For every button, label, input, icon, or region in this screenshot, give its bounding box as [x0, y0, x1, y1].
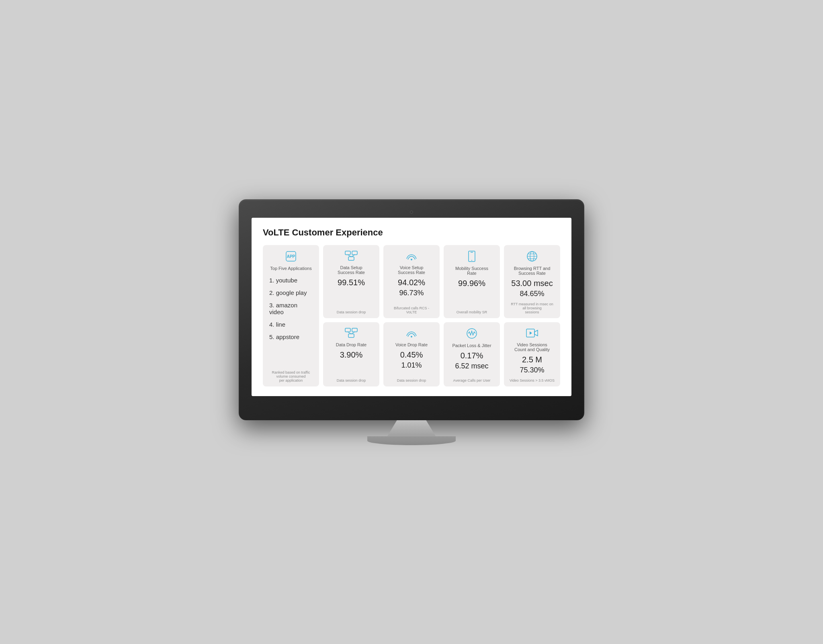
mobile-icon: [468, 251, 475, 264]
card-data-drop-value: 3.90%: [340, 350, 363, 360]
card-data-setup-value: 99.51%: [338, 278, 365, 287]
card-video-footer: Video Sessions > 3.5 vMOS: [510, 376, 555, 382]
globe-icon: [526, 251, 538, 264]
svg-rect-2: [348, 257, 354, 260]
card-voice-setup-footer: Bifurcated calls RCS - VoLTE: [388, 304, 435, 314]
svg-rect-17: [352, 328, 357, 332]
app-item-1: 1. youtube: [269, 274, 313, 286]
svg-rect-16: [345, 328, 350, 332]
card-video-value2: 75.30%: [520, 366, 544, 374]
app-item-4: 4. line: [269, 318, 313, 331]
card-voice-setup-title: Voice SetupSuccess Rate: [398, 265, 425, 275]
card-browsing-value2: 84.65%: [520, 290, 544, 298]
card-data-drop-footer: Data session drop: [337, 376, 366, 382]
card-browsing-title: Browsing RTT andSuccess Rate: [514, 266, 551, 276]
card-video-value1: 2.5 M: [522, 355, 542, 364]
svg-rect-0: [345, 251, 350, 255]
card-browsing-value1: 53.00 msec: [511, 279, 553, 288]
card-data-drop-title: Data Drop Rate: [336, 342, 366, 347]
video-icon: [526, 328, 538, 340]
card-voice-drop: Voice Drop Rate 0.45% 1.01% Data session…: [383, 322, 440, 386]
card-apps-footer: Ranked based on traffic volume consumedp…: [268, 368, 314, 382]
svg-point-7: [471, 260, 472, 261]
network-icon: [345, 251, 358, 263]
card-browsing-rtt: Browsing RTT andSuccess Rate 53.00 msec …: [504, 245, 560, 318]
svg-marker-25: [530, 331, 532, 335]
card-packet-loss: Packet Loss & Jitter 0.17% 6.52 msec Ave…: [444, 322, 500, 386]
monitor-bezel: VoLTE Customer Experience: [239, 199, 584, 420]
app-item-3: 3. amazon video: [269, 299, 313, 318]
svg-point-5: [411, 259, 412, 260]
card-mobility-value: 99.96%: [458, 279, 485, 288]
card-data-setup-title: Data SetupSuccess Rate: [338, 265, 365, 275]
dashboard: VoLTE Customer Experience: [252, 218, 571, 396]
card-browsing-footer: RTT measured in msec on all browsingsess…: [509, 300, 555, 314]
svg-point-21: [411, 336, 412, 337]
monitor: VoLTE Customer Experience: [239, 199, 584, 445]
app-icon: APP: [285, 251, 297, 264]
card-data-drop: Data Drop Rate 3.90% Data session drop: [323, 322, 379, 386]
card-voice-setup: Voice SetupSuccess Rate 94.02% 96.73% Bi…: [383, 245, 440, 318]
card-voice-drop-footer: Data session drop: [397, 376, 426, 382]
monitor-stand-neck: [387, 420, 436, 436]
card-mobility: Mobility SuccessRate 99.96% Overall mobi…: [444, 245, 500, 318]
card-voice-drop-value2: 1.01%: [401, 361, 422, 370]
app-item-5: 5. appstore: [269, 331, 313, 343]
card-mobility-footer: Overall mobility SR: [457, 308, 487, 314]
signal2-icon: [406, 328, 417, 340]
card-voice-setup-value2: 96.73%: [399, 289, 424, 297]
card-voice-setup-value1: 94.02%: [398, 278, 425, 287]
svg-rect-18: [348, 334, 354, 337]
waveform-icon: [466, 328, 478, 341]
card-video-sessions: Video SessionsCount and Quality 2.5 M 75…: [504, 322, 560, 386]
dashboard-title: VoLTE Customer Experience: [263, 227, 560, 238]
signal-icon: [406, 251, 417, 263]
card-top-five-apps: APP Top Five Applications 1. youtube 2. …: [263, 245, 319, 386]
card-data-setup: Data SetupSuccess Rate 99.51% Data sessi…: [323, 245, 379, 318]
cards-grid: Data SetupSuccess Rate 99.51% Data sessi…: [263, 245, 560, 386]
app-item-2: 2. google play: [269, 286, 313, 299]
card-apps-title: Top Five Applications: [270, 266, 311, 271]
svg-rect-1: [352, 251, 357, 255]
card-packet-loss-value1: 0.17%: [461, 351, 483, 360]
monitor-screen: VoLTE Customer Experience: [252, 218, 571, 396]
monitor-camera: [410, 211, 413, 214]
svg-marker-24: [534, 330, 538, 336]
monitor-stand-base: [367, 436, 456, 445]
card-packet-loss-title: Packet Loss & Jitter: [452, 343, 491, 348]
svg-text:APP: APP: [287, 254, 295, 259]
card-data-setup-footer: Data session drop: [337, 308, 366, 314]
card-voice-drop-title: Voice Drop Rate: [395, 342, 428, 347]
card-mobility-title: Mobility SuccessRate: [455, 266, 488, 276]
card-packet-loss-value2: 6.52 msec: [455, 362, 488, 370]
card-voice-drop-value1: 0.45%: [400, 350, 423, 360]
app-list: 1. youtube 2. google play 3. amazon vide…: [268, 274, 314, 368]
card-packet-loss-footer: Average Calls per User: [453, 376, 491, 382]
network2-icon: [345, 328, 358, 340]
card-video-title: Video SessionsCount and Quality: [514, 342, 550, 352]
